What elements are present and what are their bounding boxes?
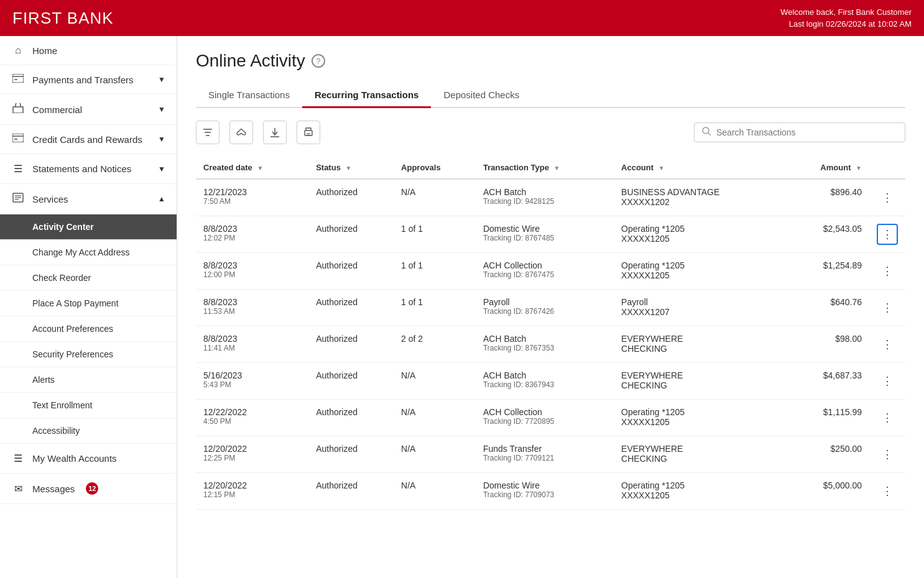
transaction-type-name: Domestic Wire	[483, 480, 606, 490]
sidebar-sub-text-label: Text Enrollment	[32, 400, 92, 410]
sidebar-item-alerts[interactable]: Alerts	[0, 367, 177, 393]
toolbar	[196, 121, 905, 144]
sidebar-sub-check-label: Check Reorder	[32, 273, 91, 283]
time-value: 11:41 AM	[203, 344, 301, 352]
sidebar-item-accessibility[interactable]: Accessibility	[0, 418, 177, 444]
cell-menu-4: ⋮	[869, 326, 905, 363]
table-row: 12/20/2022 12:25 PM Authorized N/A Funds…	[196, 436, 905, 473]
col-status[interactable]: Status ▼	[308, 157, 394, 179]
tab-recurring-transactions[interactable]: Recurring Transactions	[302, 83, 432, 108]
transaction-type-name: Domestic Wire	[483, 224, 606, 234]
tracking-id: Tracking ID: 8767475	[483, 270, 606, 279]
account-name: Payroll	[621, 297, 777, 307]
tracking-id: Tracking ID: 7709121	[483, 454, 606, 462]
cell-amount-6: $1,115.99	[784, 400, 869, 436]
help-icon[interactable]: ?	[312, 54, 325, 68]
col-transaction-type[interactable]: Transaction Type ▼	[476, 157, 614, 179]
cell-date-6: 12/22/2022 4:50 PM	[196, 400, 308, 436]
cell-amount-3: $640.76	[784, 290, 869, 326]
svg-line-20	[708, 133, 711, 135]
cell-menu-6: ⋮	[869, 400, 905, 436]
sidebar-item-commercial[interactable]: Commercial ▼	[0, 94, 177, 125]
col-created-date[interactable]: Created date ▼	[196, 157, 308, 179]
cell-approvals-7: N/A	[394, 436, 476, 473]
sidebar-item-services[interactable]: Services ▲	[0, 184, 177, 214]
credit-cards-icon	[11, 134, 25, 145]
sidebar-item-account-preferences[interactable]: Account Preferences	[0, 316, 177, 342]
favorite-button[interactable]	[229, 121, 253, 144]
sidebar-item-messages[interactable]: ✉ Messages 12	[0, 474, 177, 504]
account-number: XXXXX1205	[621, 490, 777, 500]
cell-date-2: 8/8/2023 12:00 PM	[196, 253, 308, 290]
sidebar-item-credit-cards[interactable]: Credit Cards and Rewards ▼	[0, 125, 177, 154]
account-number: XXXXX1205	[621, 417, 777, 427]
row-menu-button-5[interactable]: ⋮	[877, 370, 898, 392]
page-title: Online Activity ?	[196, 51, 905, 71]
cell-approvals-4: 2 of 2	[394, 326, 476, 363]
sidebar-sub-activity-label: Activity Center	[32, 222, 94, 232]
cell-amount-7: $250.00	[784, 436, 869, 473]
cell-status-6: Authorized	[308, 400, 394, 436]
row-menu-button-2[interactable]: ⋮	[877, 260, 898, 282]
sidebar-item-statements[interactable]: ☰ Statements and Notices ▼	[0, 154, 177, 184]
search-input[interactable]	[716, 127, 897, 137]
row-menu-button-3[interactable]: ⋮	[877, 297, 898, 318]
sidebar-item-text-enrollment[interactable]: Text Enrollment	[0, 393, 177, 418]
sidebar-wealth-label: My Wealth Accounts	[32, 453, 117, 464]
sidebar-item-change-address[interactable]: Change My Acct Address	[0, 240, 177, 265]
sort-icon-type: ▼	[554, 165, 560, 172]
cell-account-1: Operating *1205 XXXXX1205	[614, 216, 784, 253]
cell-approvals-2: 1 of 1	[394, 253, 476, 290]
sidebar-item-home[interactable]: ⌂ Home	[0, 36, 177, 65]
row-menu-button-8[interactable]: ⋮	[877, 480, 898, 502]
cell-approvals-0: N/A	[394, 179, 476, 216]
date-value: 12/20/2022	[203, 480, 301, 490]
cell-status-8: Authorized	[308, 473, 394, 510]
tabs: Single Transactions Recurring Transactio…	[196, 83, 905, 108]
sort-icon-date: ▼	[257, 165, 263, 172]
account-name: Operating *1205	[621, 260, 777, 270]
col-account[interactable]: Account ▼	[614, 157, 784, 179]
download-button[interactable]	[263, 121, 287, 144]
cell-date-0: 12/21/2023 7:50 AM	[196, 179, 308, 216]
row-menu-button-6[interactable]: ⋮	[877, 407, 898, 428]
services-icon	[11, 193, 25, 205]
cell-status-7: Authorized	[308, 436, 394, 473]
cell-account-7: EVERYWHERE CHECKING	[614, 436, 784, 473]
messages-icon: ✉	[11, 483, 25, 495]
sidebar-item-check-reorder[interactable]: Check Reorder	[0, 265, 177, 291]
transaction-type-name: ACH Collection	[483, 407, 606, 417]
sidebar-sub-accessibility-label: Accessibility	[32, 426, 80, 436]
tab-single-transactions[interactable]: Single Transactions	[196, 83, 302, 108]
row-menu-button-7[interactable]: ⋮	[877, 444, 898, 465]
cell-menu-7: ⋮	[869, 436, 905, 473]
table-row: 12/20/2022 12:15 PM Authorized N/A Domes…	[196, 473, 905, 510]
payments-chevron: ▼	[158, 75, 165, 84]
cell-menu-2: ⋮	[869, 253, 905, 290]
row-menu-button-1[interactable]: ⋮	[877, 224, 898, 245]
col-amount[interactable]: Amount ▼	[784, 157, 869, 179]
cell-type-0: ACH Batch Tracking ID: 9428125	[476, 179, 614, 216]
tab-deposited-checks[interactable]: Deposited Checks	[431, 83, 532, 108]
print-button[interactable]	[297, 121, 320, 144]
row-menu-button-0[interactable]: ⋮	[877, 187, 898, 208]
sidebar-item-payments[interactable]: Payments and Transfers ▼	[0, 65, 177, 94]
sidebar-item-activity-center[interactable]: Activity Center	[0, 214, 177, 240]
account-number: CHECKING	[621, 380, 777, 390]
cell-status-3: Authorized	[308, 290, 394, 326]
svg-rect-16	[305, 131, 312, 135]
row-menu-button-4[interactable]: ⋮	[877, 334, 898, 355]
date-value: 8/8/2023	[203, 260, 301, 270]
cell-approvals-5: N/A	[394, 363, 476, 400]
cell-account-5: EVERYWHERE CHECKING	[614, 363, 784, 400]
header: FIRST BANK Welcome back, First Bank Cust…	[0, 0, 924, 36]
transaction-type-name: Payroll	[483, 297, 606, 307]
home-icon: ⌂	[11, 45, 25, 56]
sidebar-item-wealth[interactable]: ☰ My Wealth Accounts	[0, 444, 177, 474]
cell-type-4: ACH Batch Tracking ID: 8767353	[476, 326, 614, 363]
time-value: 12:00 PM	[203, 270, 301, 279]
sidebar-item-stop-payment[interactable]: Place A Stop Payment	[0, 291, 177, 316]
filter-button[interactable]	[196, 121, 219, 144]
date-value: 8/8/2023	[203, 334, 301, 344]
sidebar-item-security-preferences[interactable]: Security Preferences	[0, 342, 177, 367]
